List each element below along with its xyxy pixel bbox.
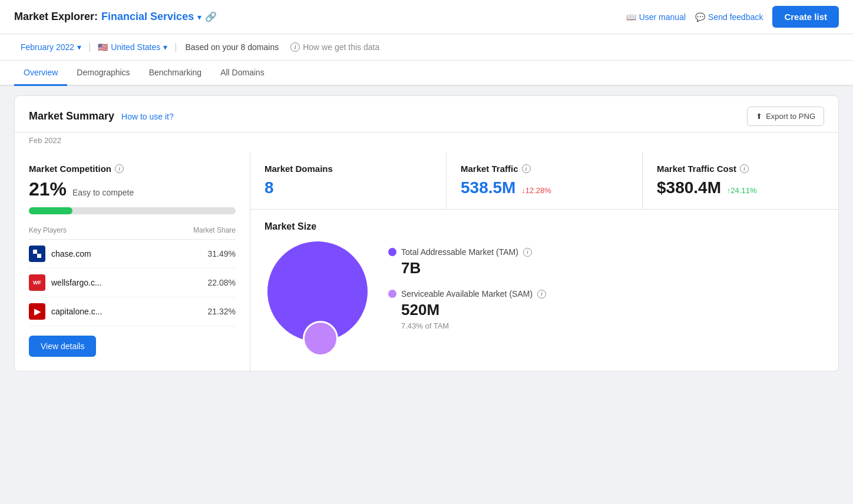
tam-legend: Total Addressable Market (TAM) i 7B: [388, 247, 546, 277]
dropdown-icon[interactable]: ▾: [197, 12, 201, 22]
player-name-cap[interactable]: capitalone.c...: [51, 307, 102, 316]
key-players-header: Key Players Market Share: [29, 226, 236, 240]
market-domains-value: 8: [265, 178, 274, 197]
card-header: Market Summary How to use it? ⬆ Export t…: [15, 96, 838, 132]
key-players-table: Key Players Market Share chase.com 31.49…: [29, 226, 236, 326]
tab-bar: Overview Demographics Benchmarking All D…: [0, 61, 853, 86]
market-name[interactable]: Financial Services: [101, 11, 194, 23]
top-bar: Market Explorer: Financial Services ▾ 🔗 …: [0, 0, 853, 34]
filter-bar: February 2022 ▾ | 🇺🇸 United States ▾ | B…: [0, 34, 853, 61]
tam-info-icon[interactable]: i: [523, 248, 532, 257]
market-domains-label: Market Domains: [265, 164, 432, 174]
app-name: Market Explorer:: [14, 11, 98, 23]
market-legends: Total Addressable Market (TAM) i 7B Serv…: [388, 247, 546, 330]
market-traffic-cost-value: $380.4M: [657, 178, 721, 197]
chat-icon: 💬: [695, 12, 705, 22]
send-feedback-link[interactable]: 💬 Send feedback: [695, 12, 763, 22]
link-icon[interactable]: 🔗: [205, 11, 217, 22]
card-header-left: Market Summary How to use it?: [29, 110, 174, 122]
top-bar-left: Market Explorer: Financial Services ▾ 🔗: [14, 11, 217, 23]
competition-info-icon[interactable]: i: [115, 164, 124, 173]
sam-value: 520M: [388, 301, 546, 319]
player-row: ▶ capitalone.c... 21.32%: [29, 297, 236, 326]
sam-legend: Serviceable Available Market (SAM) i 520…: [388, 289, 546, 330]
left-panel: Market Competition i 21% Easy to compete…: [15, 152, 250, 371]
cap-logo: ▶: [29, 303, 45, 320]
player-name-wf[interactable]: wellsfargo.c...: [51, 278, 102, 287]
player-share-chase: 31.49%: [208, 249, 236, 258]
market-traffic-cost-change: ↑24.11%: [727, 186, 757, 195]
date-dropdown-icon: ▾: [77, 42, 81, 52]
market-traffic-label: Market Traffic i: [461, 164, 628, 174]
date-filter[interactable]: February 2022 ▾: [14, 40, 85, 54]
sam-dot: [388, 290, 396, 298]
tam-dot: [388, 248, 396, 256]
traffic-cost-info-icon[interactable]: i: [740, 164, 749, 173]
tab-benchmarking[interactable]: Benchmarking: [140, 61, 211, 86]
us-flag-icon: 🇺🇸: [98, 42, 108, 52]
sam-bubble: [303, 321, 338, 356]
player-share-cap: 21.32%: [208, 307, 236, 316]
separator1: |: [87, 42, 92, 52]
market-traffic-value: 538.5M: [461, 178, 515, 197]
export-button[interactable]: ⬆ Export to PNG: [747, 107, 824, 126]
book-icon: 📖: [626, 12, 636, 22]
top-bar-right: 📖 User manual 💬 Send feedback Create lis…: [626, 6, 839, 28]
view-details-button[interactable]: View details: [29, 336, 96, 357]
main-content: Market Summary How to use it? ⬆ Export t…: [0, 95, 853, 386]
market-size-content: Total Addressable Market (TAM) i 7B Serv…: [265, 241, 824, 359]
metrics-row: Market Domains 8 Market Traffic i 538.5M…: [250, 152, 838, 210]
domains-text: Based on your 8 domains: [180, 40, 283, 54]
country-filter[interactable]: 🇺🇸 United States ▾: [94, 40, 171, 54]
tam-value: 7B: [388, 259, 546, 277]
progress-bar-fill: [29, 207, 72, 214]
how-to-use-link[interactable]: How to use it?: [121, 112, 174, 121]
player-share-wf: 22.08%: [208, 278, 236, 287]
market-traffic-cost-label: Market Traffic Cost i: [657, 164, 824, 174]
create-list-button[interactable]: Create list: [772, 6, 839, 28]
user-manual-link[interactable]: 📖 User manual: [626, 12, 686, 22]
svg-rect-0: [33, 250, 37, 254]
separator2: |: [173, 42, 178, 52]
market-summary-card: Market Summary How to use it? ⬆ Export t…: [14, 95, 839, 372]
progress-bar-container: [29, 207, 236, 214]
sam-info-icon[interactable]: i: [537, 290, 546, 299]
bubble-chart: [265, 241, 371, 359]
market-traffic-cell: Market Traffic i 538.5M ↓12.28%: [447, 152, 643, 209]
sam-sub: 7.43% of TAM: [388, 321, 546, 330]
competition-percentage: 21%: [29, 178, 67, 200]
how-we-get-data[interactable]: i How we get this data: [286, 40, 384, 54]
upload-icon: ⬆: [756, 112, 762, 121]
traffic-info-icon[interactable]: i: [522, 164, 531, 173]
tab-all-domains[interactable]: All Domains: [211, 61, 274, 86]
market-domains-cell: Market Domains 8: [250, 152, 447, 209]
card-date-label: Feb 2022: [15, 132, 838, 152]
wf-logo: WF: [29, 274, 45, 291]
tab-demographics[interactable]: Demographics: [67, 61, 139, 86]
player-name-chase[interactable]: chase.com: [51, 249, 91, 258]
player-row: WF wellsfargo.c... 22.08%: [29, 268, 236, 297]
market-size-section: Market Size: [250, 210, 838, 371]
market-traffic-change: ↓12.28%: [521, 186, 551, 195]
info-icon: i: [290, 42, 300, 52]
competition-row: 21% Easy to compete: [29, 178, 236, 200]
market-size-title: Market Size: [265, 221, 824, 232]
right-panel: Market Domains 8 Market Traffic i 538.5M…: [250, 152, 838, 371]
chase-logo: [29, 246, 45, 262]
tab-overview[interactable]: Overview: [14, 61, 67, 86]
competition-title: Market Competition i: [29, 164, 236, 174]
card-title: Market Summary: [29, 110, 114, 122]
market-traffic-cost-cell: Market Traffic Cost i $380.4M ↑24.11%: [643, 152, 838, 209]
svg-rect-1: [37, 254, 41, 258]
country-dropdown-icon: ▾: [163, 42, 167, 52]
market-size-inner: Market Size: [265, 221, 824, 359]
card-body: Market Competition i 21% Easy to compete…: [15, 152, 838, 371]
competition-label: Easy to compete: [72, 188, 134, 197]
player-row: chase.com 31.49%: [29, 240, 236, 268]
